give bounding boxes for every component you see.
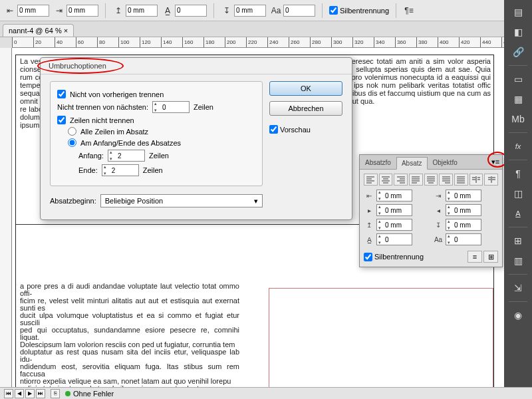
text-lower: a pore pres a di audi andandae voluptate… [20, 283, 239, 387]
align-spine-button[interactable] [469, 174, 483, 186]
object-styles-icon[interactable]: ◫ [508, 186, 528, 201]
hyphenation-toggle[interactable]: Silbentrennung [329, 6, 389, 15]
panel-tabs: Absatzfo Absatz Objektfo ▾≡ [360, 155, 502, 170]
alignment-row [364, 174, 498, 186]
space-after-field[interactable] [234, 5, 266, 17]
space-before-icon: ↥ [112, 5, 124, 17]
preview-toggle[interactable]: Vorschau [269, 125, 342, 134]
character-styles-icon[interactable]: A [508, 205, 528, 221]
drop-lines-icon: A̲ [364, 235, 374, 244]
table-styles-icon[interactable]: ⊞ [508, 233, 528, 249]
keep-options-dialog: Umbruchoptionen Nicht von vorherigen tre… [40, 57, 352, 220]
document-tab-bar: nannt-4 @ 64 % × [0, 21, 532, 37]
space-before-icon: ↥ [364, 220, 374, 229]
document-tab[interactable]: nannt-4 @ 64 % × [3, 24, 74, 37]
start-lines-value[interactable]: 2 [108, 150, 145, 162]
justify-left-button[interactable] [409, 174, 423, 186]
layers-panel-icon[interactable]: ◧ [508, 24, 528, 40]
panel-indent-right[interactable]: 0 mm [446, 190, 481, 201]
pages-panel-icon[interactable]: ▤ [508, 4, 528, 20]
para-start-label: Absatzbeginn: [50, 197, 96, 205]
page-nav: ⏮ ◀ ▶ ⏭ [4, 389, 45, 398]
align-right-button[interactable] [394, 174, 408, 186]
ok-button[interactable]: OK [269, 81, 342, 96]
next-page-button[interactable]: ▶ [25, 389, 35, 398]
panel-last-line[interactable]: 0 mm [446, 204, 481, 216]
panel-dock: ▤ ◧ 🔗 ▭ ▦ Mb fx ¶ ◫ A ⊞ ▥ ⇲ ◉ [504, 0, 532, 387]
space-before-field[interactable] [126, 5, 158, 17]
baseline-grid-off-icon[interactable]: ≡ [467, 251, 482, 263]
space-after-icon: ↧ [433, 220, 444, 229]
annotation-circle [37, 58, 124, 74]
tab-objektformate[interactable]: Objektfo [428, 156, 463, 169]
baseline-grid-on-icon[interactable]: ⊞ [483, 251, 498, 263]
keep-next-value[interactable]: 0 [152, 101, 190, 113]
dialog-titlebar[interactable]: Umbruchoptionen [41, 58, 352, 74]
align-panel-icon[interactable]: ⇲ [508, 280, 528, 296]
all-lines-radio[interactable]: Alle Zeilen im Absatz [68, 127, 255, 136]
panel-space-before[interactable]: 0 mm [376, 219, 412, 231]
hyphenation-checkbox[interactable] [329, 6, 338, 15]
indent-left-icon: ⇤ [4, 5, 16, 17]
indent-left-icon: ⇤ [364, 191, 374, 200]
last-page-button[interactable]: ⏭ [36, 389, 45, 398]
justify-right-button[interactable] [439, 174, 453, 186]
options-bar: ⇤ ⇥ ↥ A̲ ↧ Aa Silbentrennung ¶≡ [0, 0, 532, 21]
para-style-icon[interactable]: ¶≡ [403, 5, 415, 17]
keep-with-previous[interactable]: Nicht von vorherigen trennen [57, 90, 255, 98]
para-start-combo[interactable]: Beliebige Position ▾ [100, 194, 263, 207]
effects-panel-icon[interactable]: fx [508, 138, 528, 154]
keep-lines-together[interactable]: Zeilen nicht trennen [57, 116, 255, 124]
align-center-button[interactable] [379, 174, 393, 186]
swatches-panel-icon[interactable]: ▦ [508, 91, 528, 107]
align-away-spine-button[interactable] [484, 174, 498, 186]
prev-page-button[interactable]: ◀ [15, 389, 24, 398]
open-button[interactable]: ⎘ [51, 389, 60, 398]
space-after-icon: ↧ [221, 5, 233, 17]
panel-drop-chars[interactable]: 0 [446, 233, 481, 245]
keep-next-label: Nicht trennen von nächsten: [57, 103, 148, 111]
end-lines-value[interactable]: 2 [102, 164, 139, 176]
document-tab-title: nannt-4 @ 64 % × [9, 27, 68, 35]
preflight-status[interactable]: Ohne Fehler [65, 390, 114, 398]
first-page-button[interactable]: ⏮ [4, 389, 13, 398]
links-panel-icon[interactable]: 🔗 [508, 44, 528, 60]
panel-space-after[interactable]: 0 mm [446, 219, 481, 231]
panel-indent-left[interactable]: 0 mm [376, 190, 412, 201]
ruler-horizontal[interactable]: 0204060801001201401601802002202402602803… [12, 37, 504, 48]
panel-first-line[interactable]: 0 mm [376, 204, 412, 216]
align-left-button[interactable] [364, 174, 378, 186]
panel-drop-lines[interactable]: 0 [376, 233, 412, 245]
justify-all-button[interactable] [454, 174, 468, 186]
dropcap-chars-field[interactable] [283, 5, 315, 17]
tab-absatz[interactable]: Absatz [396, 157, 428, 170]
keep-options-group: Nicht von vorherigen trennen Nicht trenn… [50, 81, 263, 186]
start-end-radio[interactable]: Am Anfang/Ende des Absatzes [68, 138, 255, 147]
paragraph-panel: Absatzfo Absatz Objektfo ▾≡ ⇤0 mm ⇥0 mm … [359, 154, 503, 267]
dropcap-lines-field[interactable] [175, 5, 207, 17]
last-line-icon: ◂ [433, 205, 444, 215]
paragraph-styles-icon[interactable]: ¶ [508, 166, 528, 182]
indent-right-icon: ⇥ [53, 5, 65, 17]
panel-hyphenation[interactable]: Silbentrennung [364, 253, 424, 261]
status-bar: ⏮ ◀ ▶ ⏭ ⎘ Ohne Fehler [0, 387, 532, 399]
stroke-panel-icon[interactable]: ▭ [508, 71, 528, 87]
threaded-frame[interactable] [269, 288, 493, 387]
cancel-button[interactable]: Abbrechen [269, 101, 342, 116]
first-line-icon: ▸ [364, 205, 374, 215]
hyphenation-label: Silbentrennung [340, 7, 389, 15]
drop-cap-chars-icon: Aa [270, 5, 282, 17]
minibridge-icon[interactable]: Mb [508, 111, 528, 127]
drop-chars-icon: Aa [433, 235, 444, 244]
status-ok-icon [65, 391, 70, 396]
indent-right-field[interactable] [66, 5, 98, 17]
indent-right-icon: ⇥ [433, 191, 444, 200]
justify-center-button[interactable] [424, 174, 438, 186]
drop-cap-icon: A̲ [162, 5, 174, 17]
indent-left-field[interactable] [17, 5, 49, 17]
chevron-down-icon: ▾ [254, 197, 258, 205]
tab-absatzformate[interactable]: Absatzfo [360, 156, 396, 169]
ruler-vertical[interactable] [0, 48, 12, 387]
cell-styles-icon[interactable]: ▥ [508, 253, 528, 269]
text-wrap-icon[interactable]: ◉ [508, 307, 528, 323]
